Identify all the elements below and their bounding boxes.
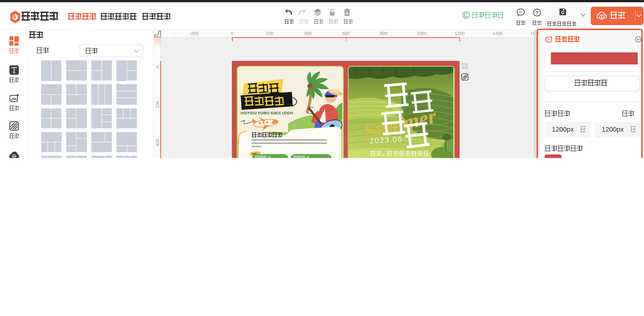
svg-text:2023.05: 2023.05 (370, 135, 403, 145)
svg-text:?: ? (536, 10, 538, 15)
svg-text:01: 01 (268, 156, 271, 158)
svg-text:02: 02 (306, 156, 309, 158)
svg-text:HSIYIDU YUWU IUIES UDDH: HSIYIDU YUWU IUIES UDDH (240, 111, 293, 115)
